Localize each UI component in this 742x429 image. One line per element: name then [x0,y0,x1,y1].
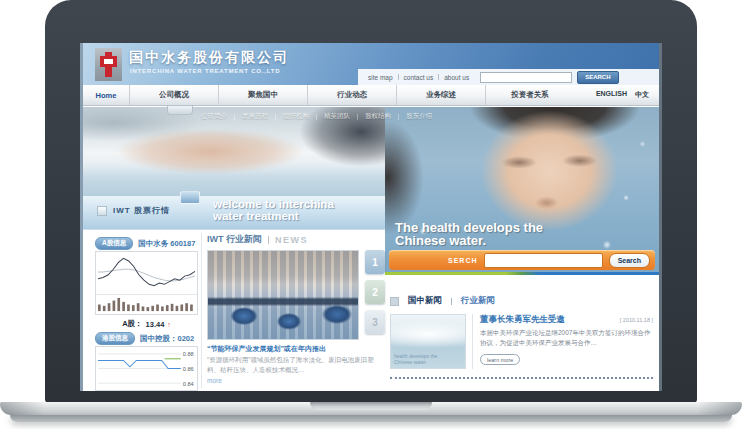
a-share-price-chart [96,252,197,294]
company-name-cn: 国中水务股份有限公司 [129,49,289,67]
language-switch: ENGLISH 中文 [596,90,659,100]
a-share-badge: A股信息 [95,237,133,250]
right-news-tabs: 国中新闻 行业新闻 [390,295,495,307]
laptop-base-notch [310,402,432,410]
divider [472,314,473,369]
hk-chart-svg: 0.88 0.86 0.84 [96,347,197,390]
center-news-title: IWT 行业新闻 [207,233,262,246]
subnav-item-intro[interactable]: 公司简介 [201,112,227,121]
thumb-caption-line2: Chinese water. [394,359,437,365]
subnav-item-shareholders[interactable]: 股东介绍 [406,112,432,121]
page-button-2[interactable]: 2 [365,280,385,304]
news-tab-icon [390,297,399,306]
stock-panel-icon [97,206,107,216]
divider [451,298,452,305]
hero-headline: The health develops the Chinese water. [395,221,543,247]
a-share-volume-chart [96,295,197,313]
price-label: A股： [122,319,142,329]
column-divider [201,233,202,388]
tab-industry-news[interactable]: 行业新闻 [461,295,495,307]
welcome-line2: water treatment [213,211,334,223]
nav-item-home[interactable]: Home [83,85,130,105]
price-line [98,258,195,285]
nav-item-investor-relations[interactable]: 投资者关系 [486,85,574,105]
center-news-title-en: NEWS [275,235,308,245]
nav-active-tab-notch [167,106,193,115]
stock-panel-header: IWT 股票行情 [97,205,170,216]
hero-search-label: SERCH [448,257,478,264]
a-share-row: A股信息 国中水务 600187 [95,237,195,250]
company-logo[interactable] [95,48,122,81]
a-share-price-row: A股： 13.44 ↑ [95,319,198,329]
subnav-item-equity[interactable]: 股权结构 [365,112,391,121]
laptop-base-edge [10,415,732,422]
right-news-item-header: 董事长朱勇军先生受邀 [ 2010.11.18 ] [480,314,653,326]
utility-bar: site map contact us about us SEARCH [358,69,659,85]
right-news-item-body: 本届中美环保产业论坛是继2007年中美双方签订的环境合作协议，为促进中美环保产业… [480,328,653,349]
divider [398,74,399,80]
center-article-title[interactable]: “节能环保产业发展规划”或在年内推出 [207,344,383,354]
welcome-message: welcome to interchina water treatment [213,199,334,222]
right-news-more-button[interactable]: learn more [480,354,520,365]
header-search-input[interactable] [480,72,572,83]
subnav-item-team[interactable]: 精英团队 [324,112,350,121]
a-share-chart [95,251,198,315]
lang-chinese[interactable]: 中文 [635,90,649,100]
welcome-line1: welcome to interchina [213,199,334,211]
laptop-mockup: 国中水务股份有限公司 INTERCHINA WATER TREATMENT CO… [0,0,742,429]
hk-price-line [98,360,181,368]
accent-gradient-line [385,272,659,275]
thumbnail-caption: health develops the Chinese water. [394,353,437,365]
a-share-name: 国中水务 600187 [138,239,195,249]
divider [438,74,439,80]
stock-panel-title: IWT 股票行情 [113,205,170,216]
hero-search-bar: SERCH Search [389,250,655,270]
page-button-1[interactable]: 1 [365,250,385,274]
header-search-button[interactable]: SEARCH [577,71,618,84]
price-up-arrow-icon: ↑ [167,321,171,328]
nav-item-company-profile[interactable]: 公司概况 [130,85,219,105]
subnav-item-history[interactable]: 发展历程 [242,112,268,121]
hk-ytick-2: 0.84 [183,381,194,387]
site-header: 国中水务股份有限公司 INTERCHINA WATER TREATMENT CO… [83,43,659,85]
browser-viewport: 国中水务股份有限公司 INTERCHINA WATER TREATMENT CO… [83,43,659,391]
price-value: 13.44 [146,320,165,329]
hero-search-input[interactable] [484,253,603,268]
sub-nav: 公司简介 发展历程 组织机构 精英团队 股权结构 股东介绍 [201,112,601,121]
laptop-frame: 国中水务股份有限公司 INTERCHINA WATER TREATMENT CO… [45,0,697,403]
news-thumbnail[interactable]: health develops the Chinese water. [390,314,466,369]
lang-english[interactable]: ENGLISH [596,90,627,100]
contact-link[interactable]: contact us [404,74,434,81]
right-news-item-date: [ 2010.11.18 ] [620,317,653,323]
page-button-3[interactable]: 3 [365,310,385,334]
news-photo-water-treatment-plant[interactable] [207,250,359,340]
nav-item-business[interactable]: 业务综述 [397,85,486,105]
hk-ytick-0: 0.88 [183,351,194,357]
hk-share-chart: 0.88 0.86 0.84 [95,346,198,391]
sitemap-link[interactable]: site map [368,74,393,81]
dotted-separator [390,377,653,379]
hk-share-row: 港股信息 国中控股：0202 [95,332,194,345]
hk-share-badge: 港股信息 [95,332,135,345]
center-article-body: “资源循环利用”领域虽然包括了海水淡化、废旧电池废旧塑料、秸秆压块、人造板技术概… [207,355,381,375]
right-news-item-title[interactable]: 董事长朱勇军先生受邀 [480,314,565,326]
hk-ytick-1: 0.86 [183,366,194,372]
nav-item-focus[interactable]: 聚焦国中 [219,85,308,105]
nav-item-industry-news[interactable]: 行业动态 [308,85,397,105]
company-name-en: INTERCHINA WATER TREATMENT CO.,LTD [130,68,280,74]
hero-search-button[interactable]: Search [609,253,650,268]
band-notch-decoration [180,191,200,204]
volume-chart-wrap [96,294,197,313]
about-link[interactable]: about us [444,74,469,81]
tab-company-news[interactable]: 国中新闻 [408,295,442,307]
hero-headline-line2: Chinese water. [395,234,543,247]
subnav-item-organization[interactable]: 组织机构 [283,112,309,121]
main-nav: Home 公司概况 聚焦国中 行业动态 业务综述 投资者关系 ENGLISH 中… [83,85,659,106]
photo-pagination: 1 2 3 [365,250,385,334]
divider [268,236,269,244]
hk-share-name: 国中控股：0202 [140,334,194,344]
logo-icon [104,59,113,64]
center-article-more-link[interactable]: more [207,377,222,384]
center-news-header: IWT 行业新闻 NEWS [207,233,308,246]
